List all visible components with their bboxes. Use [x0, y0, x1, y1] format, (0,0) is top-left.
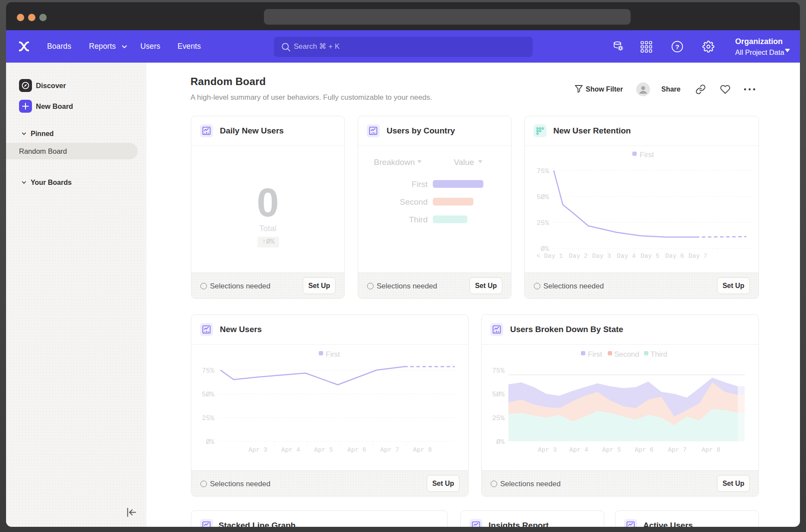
- svg-text:Apr 3: Apr 3: [248, 446, 267, 453]
- svg-text:Day 3: Day 3: [592, 253, 611, 260]
- svg-text:Ø%: Ø%: [541, 245, 549, 253]
- svg-text:First: First: [326, 350, 340, 358]
- svg-text:Day 6: Day 6: [665, 253, 684, 260]
- svg-text:Apr 3: Apr 3: [538, 446, 557, 453]
- svg-text:Apr 5: Apr 5: [314, 446, 333, 453]
- svg-text:25%: 25%: [536, 219, 549, 227]
- svg-text:Third: Third: [651, 350, 667, 358]
- svg-text:Day 7: Day 7: [689, 253, 708, 260]
- svg-text:Apr 4: Apr 4: [281, 446, 300, 453]
- svg-text:75%: 75%: [536, 168, 549, 175]
- svg-text:Apr 6: Apr 6: [347, 446, 366, 453]
- svg-text:5Ø%: 5Ø%: [536, 193, 549, 201]
- svg-text:75%: 75%: [492, 367, 505, 375]
- svg-text:< Day 1: < Day 1: [536, 253, 563, 260]
- svg-text:Apr 7: Apr 7: [380, 446, 399, 453]
- svg-text:Apr 5: Apr 5: [602, 446, 621, 453]
- svg-text:First: First: [640, 151, 654, 159]
- svg-text:5Ø%: 5Ø%: [202, 391, 214, 399]
- svg-text:Ø%: Ø%: [496, 438, 505, 446]
- svg-text:Apr 7: Apr 7: [668, 446, 687, 453]
- svg-text:Day 5: Day 5: [641, 253, 660, 260]
- svg-text:?: ?: [675, 43, 679, 51]
- svg-text:Apr 8: Apr 8: [413, 446, 432, 453]
- svg-text:First: First: [588, 350, 602, 358]
- svg-text:Second: Second: [614, 350, 639, 358]
- svg-text:25%: 25%: [202, 415, 214, 422]
- svg-text:Day 4: Day 4: [617, 253, 636, 260]
- svg-text:25%: 25%: [492, 415, 505, 422]
- svg-text:Ø%: Ø%: [206, 438, 215, 446]
- svg-text:Apr 6: Apr 6: [635, 446, 654, 453]
- svg-text:75%: 75%: [202, 367, 214, 375]
- svg-text:5Ø%: 5Ø%: [492, 391, 505, 399]
- svg-text:Apr 4: Apr 4: [569, 446, 588, 453]
- svg-text:Day 2: Day 2: [569, 253, 588, 260]
- svg-text:Apr 8: Apr 8: [701, 446, 720, 453]
